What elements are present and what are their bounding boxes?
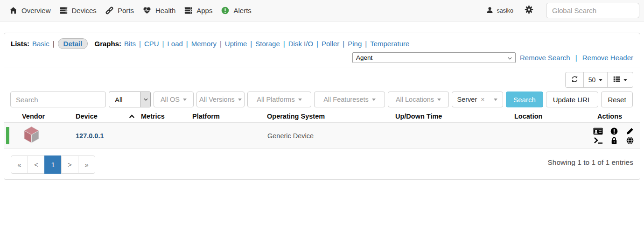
dropdown-label: All OS xyxy=(161,96,180,103)
dropdown-label: All Versions xyxy=(199,96,235,103)
layout-button[interactable] xyxy=(607,72,633,88)
graph-link-ping[interactable]: Ping xyxy=(348,40,362,48)
group-dropdown[interactable]: Server× xyxy=(452,92,503,107)
graph-link-uptime[interactable]: Uptime xyxy=(225,40,247,48)
update-url-button[interactable]: Update URL xyxy=(546,92,598,107)
globe-icon[interactable] xyxy=(625,137,635,144)
nav-devices[interactable]: Devices xyxy=(60,7,97,14)
separator: | xyxy=(575,54,577,62)
page-size-button[interactable]: 50 xyxy=(583,72,608,88)
header-metrics-cell[interactable]: Metrics xyxy=(125,113,190,120)
device-link[interactable]: 127.0.0.1 xyxy=(73,132,104,140)
nav-ports[interactable]: Ports xyxy=(105,7,134,14)
platforms-dropdown[interactable]: All Platforms xyxy=(247,92,311,107)
refresh-icon xyxy=(571,76,578,84)
header-platform[interactable]: Platform xyxy=(190,113,265,120)
caret-down-icon xyxy=(623,79,627,81)
header-actions: Actions xyxy=(580,113,640,120)
dropdown-label: All Locations xyxy=(396,96,434,103)
remove-search-link[interactable]: Remove Search xyxy=(520,54,570,62)
reset-button[interactable]: Reset xyxy=(601,92,633,107)
nav-health[interactable]: Health xyxy=(143,7,175,14)
nav-overview[interactable]: Overview xyxy=(9,7,51,14)
global-search-input[interactable] xyxy=(546,3,639,18)
reset-label: Reset xyxy=(608,96,626,104)
page-first-button[interactable]: « xyxy=(11,155,28,174)
select-value: All xyxy=(109,92,140,107)
panel-heading: Lists: Basic | Detail Graphs: Bits | CPU… xyxy=(4,33,640,68)
select-value: Agent xyxy=(356,54,372,61)
alert-circle-icon xyxy=(221,7,229,14)
header-location[interactable]: Location xyxy=(512,113,580,120)
settings-menu[interactable] xyxy=(525,5,533,16)
nav-label: Alerts xyxy=(233,7,251,14)
graph-link-cpu[interactable]: CPU xyxy=(144,40,159,48)
separator: | xyxy=(365,40,367,48)
graph-link-bits[interactable]: Bits xyxy=(124,40,136,48)
header-device[interactable]: Device xyxy=(73,113,125,120)
featuresets-dropdown[interactable]: All Featuresets xyxy=(314,92,385,107)
nav-label: Ports xyxy=(118,7,134,14)
nav-label: Overview xyxy=(21,7,51,14)
graph-link-memory[interactable]: Memory xyxy=(191,40,217,48)
graph-link-storage[interactable]: Storage xyxy=(255,40,280,48)
graph-link-diskio[interactable]: Disk I/O xyxy=(288,40,313,48)
separator: | xyxy=(283,40,285,48)
dropdown-label: All Featuresets xyxy=(323,96,369,103)
locations-dropdown[interactable]: All Locations xyxy=(388,92,449,107)
pagination-row: « < 1 > » Showing 1 to 1 of 1 entries xyxy=(4,149,640,174)
table-toolbar: 50 xyxy=(4,68,640,88)
lists-graphs-row: Lists: Basic | Detail Graphs: Bits | CPU… xyxy=(11,38,633,49)
status-cell xyxy=(4,127,20,144)
chevron-down-icon xyxy=(140,92,150,107)
caret-down-icon xyxy=(599,79,602,81)
alert-icon[interactable] xyxy=(609,127,619,135)
terminal-icon[interactable] xyxy=(593,137,603,144)
page-last-button[interactable]: » xyxy=(78,155,95,174)
graphs-label: Graphs: xyxy=(94,40,121,48)
graph-link-poller[interactable]: Poller xyxy=(322,40,339,48)
remove-tag-icon[interactable]: × xyxy=(481,96,484,103)
id-card-icon[interactable] xyxy=(593,127,603,135)
caret-down-icon xyxy=(183,99,187,101)
os-dropdown[interactable]: All OS xyxy=(154,92,194,107)
page-1-button[interactable]: 1 xyxy=(44,155,62,174)
search-button-label: Search xyxy=(513,96,536,104)
page-previous-button[interactable]: < xyxy=(28,155,45,174)
operating-system-cell: Generic Device xyxy=(265,132,393,140)
versions-dropdown[interactable]: All Versions xyxy=(196,92,245,107)
entries-summary: Showing 1 to 1 of 1 entries xyxy=(547,158,633,167)
list-mode-basic[interactable]: Basic xyxy=(32,40,49,48)
nav-alerts[interactable]: Alerts xyxy=(221,7,251,14)
search-button[interactable]: Search xyxy=(506,92,543,107)
graph-link-temperature[interactable]: Temperature xyxy=(370,40,409,48)
separator: | xyxy=(220,40,222,48)
separator: | xyxy=(53,40,55,48)
graph-format-select[interactable]: Agent xyxy=(352,52,516,63)
device-cell: 127.0.0.1 xyxy=(73,132,125,140)
header-operating-system[interactable]: Operating System xyxy=(265,113,393,120)
state-select[interactable]: All xyxy=(109,92,151,107)
remove-header-link[interactable]: Remove Header xyxy=(582,54,633,62)
page-next-button[interactable]: > xyxy=(61,155,78,174)
header-up-down-time[interactable]: Up/Down Time xyxy=(393,113,512,120)
caret-down-icon xyxy=(372,99,376,101)
separator: | xyxy=(186,40,188,48)
gear-icon xyxy=(525,5,533,16)
separator: | xyxy=(139,40,141,48)
lock-icon[interactable] xyxy=(609,137,619,144)
header-vendor[interactable]: Vendor xyxy=(20,113,73,120)
graph-link-load[interactable]: Load xyxy=(167,40,182,48)
edit-icon[interactable] xyxy=(625,127,635,135)
list-mode-detail[interactable]: Detail xyxy=(58,38,88,49)
actions-cell xyxy=(580,127,640,144)
nav-apps[interactable]: Apps xyxy=(184,7,212,14)
refresh-button[interactable] xyxy=(565,72,584,88)
table-header-row: Vendor Device Metrics Platform Operating… xyxy=(4,110,640,123)
apps-stack-icon xyxy=(184,7,192,14)
device-search-input[interactable] xyxy=(10,92,106,107)
user-menu[interactable]: sasiko xyxy=(486,7,513,15)
vendor-cell xyxy=(20,126,73,145)
device-list-panel: Lists: Basic | Detail Graphs: Bits | CPU… xyxy=(4,33,640,180)
top-navbar: Overview Devices Ports Health Apps Alert… xyxy=(0,0,644,21)
